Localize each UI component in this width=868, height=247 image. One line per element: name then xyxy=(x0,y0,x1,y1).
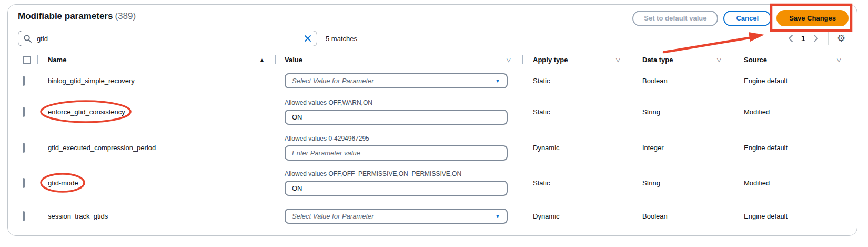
toolbar: Set to default value Cancel Save Changes xyxy=(632,10,849,26)
source-value: Engine default xyxy=(744,77,788,85)
page-title: Modifiable parameters(389) xyxy=(18,11,136,22)
data-type-value: Boolean xyxy=(642,77,668,85)
set-to-default-button[interactable]: Set to default value xyxy=(632,11,718,26)
row-checkbox[interactable] xyxy=(23,178,25,188)
apply-type-value: Static xyxy=(533,108,550,116)
column-label: Source xyxy=(744,56,767,64)
parameter-name: enforce_gtid_consistency xyxy=(48,108,125,116)
filter-icon[interactable]: ▽ xyxy=(717,56,721,63)
row-checkbox[interactable] xyxy=(23,107,25,117)
dropdown-caret-icon: ▼ xyxy=(495,213,500,219)
value-input[interactable] xyxy=(292,184,500,192)
table-row: gtid-modeAllowed values OFF,OFF_PERMISSI… xyxy=(8,165,857,201)
table-header: Name ▲ Value ▽ Apply type ▽ Data type ▽ … xyxy=(8,52,857,68)
source-value: Modified xyxy=(744,179,770,187)
pager-divider xyxy=(828,32,829,45)
gear-icon[interactable]: ⚙ xyxy=(834,32,849,45)
column-header-name[interactable]: Name ▲ xyxy=(37,52,275,68)
column-header-data-type[interactable]: Data type ▽ xyxy=(632,52,733,68)
chevron-right-icon[interactable] xyxy=(809,32,823,45)
parameter-name: gtid_executed_compression_period xyxy=(48,144,156,152)
row-checkbox[interactable] xyxy=(23,211,25,221)
column-header-apply-type[interactable]: Apply type ▽ xyxy=(522,52,632,68)
apply-type-value: Static xyxy=(533,77,550,85)
search-input[interactable] xyxy=(36,34,300,43)
apply-type-value: Dynamic xyxy=(533,212,560,220)
screenshot-stage: Modifiable parameters(389) Set to defaul… xyxy=(0,0,868,247)
select-placeholder: Select Value for Parameter xyxy=(292,212,374,220)
modifiable-parameters-panel: Modifiable parameters(389) Set to defaul… xyxy=(7,4,857,236)
chevron-left-icon[interactable] xyxy=(784,32,798,45)
clear-x-icon[interactable] xyxy=(304,35,311,42)
header-select-all-cell xyxy=(8,52,37,68)
allowed-values-label: Allowed values OFF,WARN,ON xyxy=(285,99,522,106)
table-row: enforce_gtid_consistencyAllowed values O… xyxy=(8,94,857,130)
table-body: binlog_gtid_simple_recoverySelect Value … xyxy=(8,68,857,231)
allowed-values-label: Allowed values 0-4294967295 xyxy=(285,135,522,142)
source-value: Modified xyxy=(744,108,770,116)
filter-icon[interactable]: ▽ xyxy=(837,56,841,63)
column-header-source[interactable]: Source ▽ xyxy=(733,52,857,68)
value-select[interactable]: Select Value for Parameter▼ xyxy=(285,73,508,88)
cancel-button[interactable]: Cancel xyxy=(723,11,771,26)
table-row: session_track_gtidsSelect Value for Para… xyxy=(8,201,857,231)
value-input[interactable] xyxy=(292,149,500,157)
match-count-label: 5 matches xyxy=(326,31,357,46)
dropdown-caret-icon: ▼ xyxy=(495,78,500,84)
parameter-name: gtid-mode xyxy=(48,179,78,187)
data-type-value: String xyxy=(642,108,660,116)
select-placeholder: Select Value for Parameter xyxy=(292,77,374,85)
value-select[interactable]: Select Value for Parameter▼ xyxy=(285,209,508,224)
apply-type-value: Dynamic xyxy=(533,144,560,152)
filter-icon[interactable]: ▽ xyxy=(616,56,620,63)
row-checkbox[interactable] xyxy=(23,143,25,153)
source-value: Engine default xyxy=(744,144,788,152)
allowed-values-label: Allowed values OFF,OFF_PERMISSIVE,ON_PER… xyxy=(285,170,522,177)
table-row: binlog_gtid_simple_recoverySelect Value … xyxy=(8,68,857,94)
value-input[interactable] xyxy=(292,113,500,121)
column-header-value[interactable]: Value ▽ xyxy=(275,52,522,68)
data-type-value: String xyxy=(642,179,660,187)
filter-icon[interactable]: ▽ xyxy=(507,56,511,63)
row-checkbox[interactable] xyxy=(23,76,25,86)
parameter-name: session_track_gtids xyxy=(48,212,108,220)
parameter-count: (389) xyxy=(115,11,136,21)
panel-title-text: Modifiable parameters xyxy=(18,11,113,21)
search-icon xyxy=(24,35,32,43)
search-box[interactable] xyxy=(18,31,317,46)
parameter-name: binlog_gtid_simple_recovery xyxy=(48,77,135,85)
apply-type-value: Static xyxy=(533,179,550,187)
column-label: Name xyxy=(48,56,66,64)
data-type-value: Integer xyxy=(642,144,663,152)
select-all-checkbox[interactable] xyxy=(23,56,31,64)
save-changes-button[interactable]: Save Changes xyxy=(776,10,849,26)
column-label: Value xyxy=(285,56,302,64)
table-row: gtid_executed_compression_periodAllowed … xyxy=(8,130,857,165)
pagination: 1 ⚙ xyxy=(784,30,849,47)
current-page-number[interactable]: 1 xyxy=(798,34,809,43)
column-label: Apply type xyxy=(533,56,568,64)
data-type-value: Boolean xyxy=(642,212,668,220)
column-label: Data type xyxy=(642,56,673,64)
sort-ascending-icon[interactable]: ▲ xyxy=(259,57,265,63)
source-value: Engine default xyxy=(744,212,788,220)
